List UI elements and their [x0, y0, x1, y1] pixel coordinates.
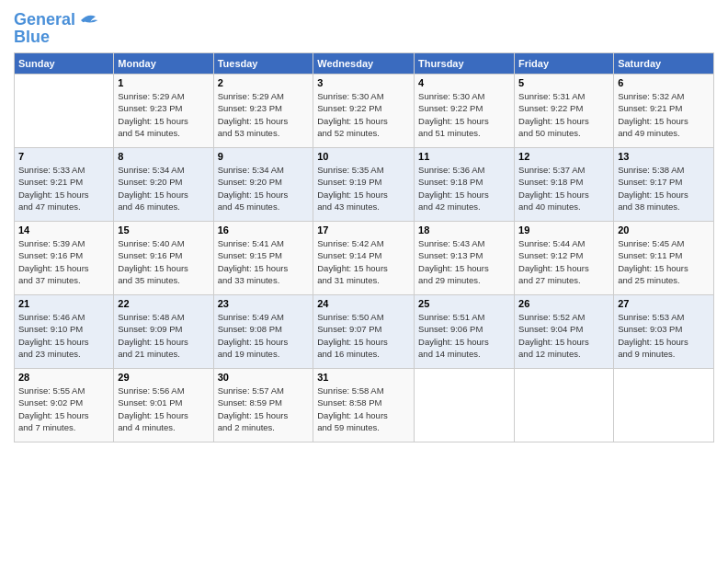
- day-cell: 2Sunrise: 5:29 AMSunset: 9:23 PMDaylight…: [213, 75, 313, 148]
- day-info: Sunrise: 5:34 AMSunset: 9:20 PMDaylight:…: [218, 164, 310, 213]
- logo: General Blue: [14, 9, 99, 47]
- day-number: 6: [618, 77, 710, 88]
- day-info: Sunrise: 5:52 AMSunset: 9:04 PMDaylight:…: [518, 311, 609, 360]
- day-cell: 7Sunrise: 5:33 AMSunset: 9:21 PMDaylight…: [15, 148, 114, 222]
- day-cell: 25Sunrise: 5:51 AMSunset: 9:06 PMDayligh…: [415, 295, 515, 369]
- day-cell: 19Sunrise: 5:44 AMSunset: 9:12 PMDayligh…: [515, 222, 614, 295]
- day-cell: 29Sunrise: 5:56 AMSunset: 9:01 PMDayligh…: [114, 369, 213, 442]
- day-cell: 17Sunrise: 5:42 AMSunset: 9:14 PMDayligh…: [313, 222, 415, 295]
- calendar-table: SundayMondayTuesdayWednesdayThursdayFrid…: [14, 52, 714, 442]
- column-header-thursday: Thursday: [415, 53, 515, 75]
- day-info: Sunrise: 5:30 AMSunset: 9:22 PMDaylight:…: [317, 90, 410, 139]
- day-number: 26: [518, 298, 609, 309]
- day-cell: 6Sunrise: 5:32 AMSunset: 9:21 PMDaylight…: [614, 75, 714, 148]
- day-cell: 1Sunrise: 5:29 AMSunset: 9:23 PMDaylight…: [114, 75, 213, 148]
- day-info: Sunrise: 5:29 AMSunset: 9:23 PMDaylight:…: [218, 90, 310, 139]
- day-number: 25: [418, 298, 510, 309]
- day-number: 13: [618, 151, 710, 162]
- day-cell: [614, 369, 714, 442]
- week-row-5: 28Sunrise: 5:55 AMSunset: 9:02 PMDayligh…: [15, 369, 714, 442]
- day-info: Sunrise: 5:40 AMSunset: 9:16 PMDaylight:…: [118, 237, 209, 286]
- day-info: Sunrise: 5:45 AMSunset: 9:11 PMDaylight:…: [618, 237, 710, 286]
- day-cell: 23Sunrise: 5:49 AMSunset: 9:08 PMDayligh…: [213, 295, 313, 369]
- day-info: Sunrise: 5:44 AMSunset: 9:12 PMDaylight:…: [518, 237, 609, 286]
- day-cell: 9Sunrise: 5:34 AMSunset: 9:20 PMDaylight…: [213, 148, 313, 222]
- day-info: Sunrise: 5:51 AMSunset: 9:06 PMDaylight:…: [418, 311, 510, 360]
- day-number: 27: [618, 298, 710, 309]
- day-cell: 3Sunrise: 5:30 AMSunset: 9:22 PMDaylight…: [313, 75, 415, 148]
- day-cell: 13Sunrise: 5:38 AMSunset: 9:17 PMDayligh…: [614, 148, 714, 222]
- day-number: 11: [418, 151, 510, 162]
- day-cell: 18Sunrise: 5:43 AMSunset: 9:13 PMDayligh…: [415, 222, 515, 295]
- day-info: Sunrise: 5:32 AMSunset: 9:21 PMDaylight:…: [618, 90, 710, 139]
- day-info: Sunrise: 5:35 AMSunset: 9:19 PMDaylight:…: [317, 164, 410, 213]
- day-info: Sunrise: 5:50 AMSunset: 9:07 PMDaylight:…: [317, 311, 410, 360]
- day-cell: 31Sunrise: 5:58 AMSunset: 8:58 PMDayligh…: [313, 369, 415, 442]
- day-cell: 21Sunrise: 5:46 AMSunset: 9:10 PMDayligh…: [15, 295, 114, 369]
- day-number: 24: [317, 298, 410, 309]
- day-cell: 27Sunrise: 5:53 AMSunset: 9:03 PMDayligh…: [614, 295, 714, 369]
- day-info: Sunrise: 5:30 AMSunset: 9:22 PMDaylight:…: [418, 90, 510, 139]
- header-area: General Blue: [14, 9, 714, 47]
- day-info: Sunrise: 5:46 AMSunset: 9:10 PMDaylight:…: [18, 311, 109, 360]
- day-info: Sunrise: 5:37 AMSunset: 9:18 PMDaylight:…: [518, 164, 609, 213]
- day-info: Sunrise: 5:57 AMSunset: 8:59 PMDaylight:…: [218, 385, 310, 433]
- day-cell: 30Sunrise: 5:57 AMSunset: 8:59 PMDayligh…: [213, 369, 313, 442]
- day-info: Sunrise: 5:31 AMSunset: 9:22 PMDaylight:…: [518, 90, 609, 139]
- day-number: 1: [118, 77, 209, 88]
- column-header-wednesday: Wednesday: [313, 53, 415, 75]
- day-info: Sunrise: 5:38 AMSunset: 9:17 PMDaylight:…: [618, 164, 710, 213]
- day-cell: 28Sunrise: 5:55 AMSunset: 9:02 PMDayligh…: [15, 369, 114, 442]
- calendar-body: 1Sunrise: 5:29 AMSunset: 9:23 PMDaylight…: [15, 75, 714, 442]
- day-number: 30: [218, 372, 310, 383]
- day-info: Sunrise: 5:39 AMSunset: 9:16 PMDaylight:…: [18, 237, 109, 286]
- day-number: 2: [218, 77, 310, 88]
- day-number: 5: [518, 77, 609, 88]
- day-cell: 5Sunrise: 5:31 AMSunset: 9:22 PMDaylight…: [515, 75, 614, 148]
- logo-bird-icon: [77, 9, 99, 31]
- day-info: Sunrise: 5:53 AMSunset: 9:03 PMDaylight:…: [618, 311, 710, 360]
- day-info: Sunrise: 5:43 AMSunset: 9:13 PMDaylight:…: [418, 237, 510, 286]
- week-row-4: 21Sunrise: 5:46 AMSunset: 9:10 PMDayligh…: [15, 295, 714, 369]
- day-cell: 22Sunrise: 5:48 AMSunset: 9:09 PMDayligh…: [114, 295, 213, 369]
- day-info: Sunrise: 5:41 AMSunset: 9:15 PMDaylight:…: [218, 237, 310, 286]
- day-cell: 4Sunrise: 5:30 AMSunset: 9:22 PMDaylight…: [415, 75, 515, 148]
- day-number: 3: [317, 77, 410, 88]
- day-info: Sunrise: 5:56 AMSunset: 9:01 PMDaylight:…: [118, 385, 209, 433]
- day-number: 16: [218, 224, 310, 236]
- day-number: 29: [118, 372, 209, 383]
- day-number: 20: [618, 224, 710, 236]
- day-cell: 14Sunrise: 5:39 AMSunset: 9:16 PMDayligh…: [15, 222, 114, 295]
- day-number: 12: [518, 151, 609, 162]
- day-number: 4: [418, 77, 510, 88]
- calendar-container: General Blue SundayMondayTuesdayWednesda…: [0, 0, 728, 452]
- day-number: 9: [218, 151, 310, 162]
- day-number: 31: [317, 372, 410, 383]
- day-cell: 20Sunrise: 5:45 AMSunset: 9:11 PMDayligh…: [614, 222, 714, 295]
- day-cell: 10Sunrise: 5:35 AMSunset: 9:19 PMDayligh…: [313, 148, 415, 222]
- column-header-friday: Friday: [515, 53, 614, 75]
- day-cell: 8Sunrise: 5:34 AMSunset: 9:20 PMDaylight…: [114, 148, 213, 222]
- calendar-header-row: SundayMondayTuesdayWednesdayThursdayFrid…: [15, 53, 714, 75]
- day-info: Sunrise: 5:29 AMSunset: 9:23 PMDaylight:…: [118, 90, 209, 139]
- day-number: 21: [18, 298, 109, 309]
- day-info: Sunrise: 5:42 AMSunset: 9:14 PMDaylight:…: [317, 237, 410, 286]
- column-header-tuesday: Tuesday: [213, 53, 313, 75]
- column-header-monday: Monday: [114, 53, 213, 75]
- day-info: Sunrise: 5:49 AMSunset: 9:08 PMDaylight:…: [218, 311, 310, 360]
- day-number: 19: [518, 224, 609, 236]
- day-number: 23: [218, 298, 310, 309]
- day-cell: [15, 75, 114, 148]
- day-number: 18: [418, 224, 510, 236]
- day-cell: 16Sunrise: 5:41 AMSunset: 9:15 PMDayligh…: [213, 222, 313, 295]
- logo-text: General: [14, 11, 75, 29]
- column-header-saturday: Saturday: [614, 53, 714, 75]
- day-number: 8: [118, 151, 209, 162]
- day-number: 17: [317, 224, 410, 236]
- column-header-sunday: Sunday: [15, 53, 114, 75]
- day-number: 14: [18, 224, 109, 236]
- day-cell: 26Sunrise: 5:52 AMSunset: 9:04 PMDayligh…: [515, 295, 614, 369]
- day-cell: [415, 369, 515, 442]
- day-cell: [515, 369, 614, 442]
- day-cell: 12Sunrise: 5:37 AMSunset: 9:18 PMDayligh…: [515, 148, 614, 222]
